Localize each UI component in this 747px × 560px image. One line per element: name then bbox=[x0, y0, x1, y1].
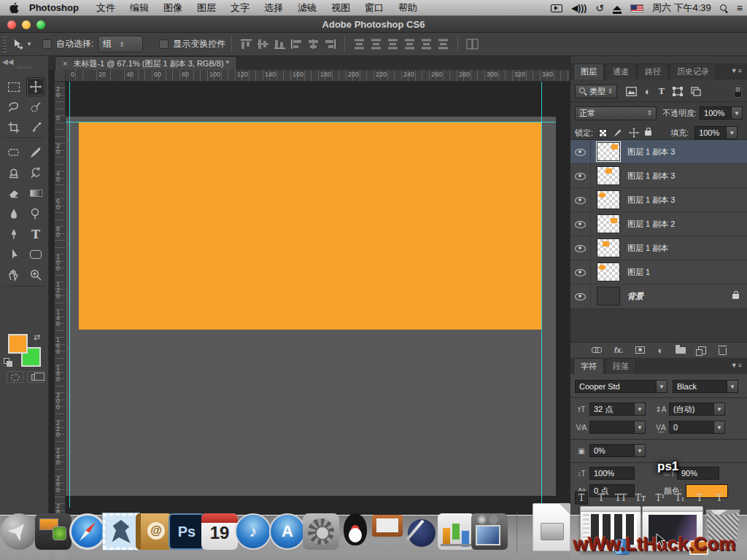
char-style-button-1[interactable]: T bbox=[595, 491, 608, 505]
filtering-toggle-switch[interactable] bbox=[734, 85, 742, 98]
gradient-tool[interactable] bbox=[26, 184, 45, 203]
char-style-button-2[interactable]: TT bbox=[614, 491, 627, 505]
canvas-area[interactable]: 0204060801001201401601802002202402602803… bbox=[49, 70, 570, 560]
link-layers-icon[interactable] bbox=[592, 347, 602, 353]
dock-movie-projector[interactable] bbox=[471, 513, 508, 550]
menu-8[interactable]: 视图 bbox=[324, 0, 357, 16]
blur-tool[interactable] bbox=[4, 204, 23, 223]
orange-rectangle-layer[interactable] bbox=[79, 122, 541, 330]
distribute-horizontal-centers-icon[interactable] bbox=[420, 39, 433, 50]
layer-thumbnail[interactable] bbox=[597, 287, 620, 306]
guide-vertical-right[interactable] bbox=[541, 82, 542, 508]
layer-row[interactable]: 背景 bbox=[570, 284, 747, 308]
path-selection-tool[interactable] bbox=[4, 245, 23, 264]
visibility-eye-icon[interactable] bbox=[575, 196, 586, 204]
lock-transparent-pixels-icon[interactable] bbox=[599, 129, 607, 137]
vertical-ruler[interactable]: 2 002 04 06 08 01 0 01 2 01 4 01 6 01 8 … bbox=[55, 82, 66, 560]
history-brush-tool[interactable] bbox=[26, 163, 45, 182]
font-style-dropdown[interactable]: Black▼ bbox=[673, 380, 738, 393]
shape-tool[interactable] bbox=[26, 245, 45, 264]
auto-select-target-dropdown[interactable]: 组⇕ bbox=[98, 36, 143, 52]
add-layer-mask-icon[interactable] bbox=[635, 346, 645, 354]
dock-app-store[interactable]: A bbox=[269, 513, 306, 550]
char-style-button-0[interactable]: T bbox=[575, 491, 588, 505]
menu-2[interactable]: 编辑 bbox=[123, 0, 156, 16]
align-right-edges-icon[interactable] bbox=[324, 39, 336, 50]
close-document-icon[interactable]: × bbox=[63, 59, 67, 68]
eraser-tool[interactable] bbox=[4, 184, 23, 203]
eye-cell[interactable] bbox=[570, 212, 591, 236]
kerning-dropdown[interactable]: ▼ bbox=[589, 421, 646, 434]
visibility-eye-icon[interactable] bbox=[575, 244, 586, 252]
options-bar-grip[interactable] bbox=[3, 36, 7, 52]
auto-align-layers-icon[interactable] bbox=[466, 39, 479, 50]
close-window-button[interactable] bbox=[7, 20, 16, 29]
layer-row[interactable]: 图层 1 bbox=[570, 260, 747, 284]
layer-filter-type-dropdown[interactable]: 类型 ⇕ bbox=[575, 85, 617, 98]
menu-4[interactable]: 图层 bbox=[190, 0, 223, 16]
time-machine-icon[interactable]: ↺ bbox=[595, 2, 604, 14]
layer-row[interactable]: 图层 1 副本 bbox=[570, 236, 747, 260]
align-horizontal-centers-icon[interactable] bbox=[307, 39, 320, 50]
char-style-button-4[interactable]: T¹ bbox=[654, 491, 667, 505]
move-tool[interactable] bbox=[26, 77, 45, 96]
default-colors-icon[interactable] bbox=[4, 358, 12, 367]
tab-0[interactable]: 字符 bbox=[573, 358, 604, 374]
tab-1[interactable]: 段落 bbox=[605, 358, 636, 374]
dock-document-stack[interactable] bbox=[533, 503, 570, 551]
layer-style-fx-icon[interactable]: fx. bbox=[614, 346, 624, 354]
tab-2[interactable]: 路径 bbox=[638, 63, 668, 79]
show-transform-controls-checkbox[interactable] bbox=[159, 39, 169, 49]
dock-screenshot-app[interactable] bbox=[35, 513, 71, 550]
layer-thumbnail[interactable] bbox=[597, 262, 620, 281]
horizontal-scale-field[interactable]: 90% bbox=[677, 467, 719, 480]
proportional-spacing-dropdown[interactable]: 0%▼ bbox=[589, 444, 646, 457]
align-left-edges-icon[interactable] bbox=[290, 39, 303, 50]
menu-9[interactable]: 窗口 bbox=[357, 0, 391, 16]
swap-colors-icon[interactable]: ⇄ bbox=[34, 332, 40, 342]
lock-all-icon[interactable] bbox=[645, 131, 651, 136]
visibility-eye-icon[interactable] bbox=[575, 172, 586, 180]
visibility-eye-icon[interactable] bbox=[575, 292, 586, 300]
layer-row[interactable]: 图层 1 副本 3 bbox=[570, 164, 747, 188]
layer-name[interactable]: 背景 bbox=[627, 291, 643, 302]
align-bottom-edges-icon[interactable] bbox=[274, 39, 286, 50]
dock-keynote[interactable] bbox=[369, 513, 406, 550]
menu-1[interactable]: 文件 bbox=[89, 0, 123, 16]
filter-smart-objects-icon[interactable] bbox=[691, 87, 701, 96]
volume-icon[interactable]: ◀))) bbox=[571, 3, 587, 13]
distribute-left-edges-icon[interactable] bbox=[403, 39, 416, 50]
eye-cell[interactable] bbox=[570, 284, 591, 308]
screen-mode-button[interactable] bbox=[27, 371, 44, 383]
dock-calendar[interactable]: 19 bbox=[201, 513, 238, 550]
character-panel-menu-icon[interactable]: ▼≡ bbox=[731, 362, 743, 369]
opacity-field[interactable]: 100% bbox=[700, 106, 732, 120]
layer-row[interactable]: 图层 1 副本 3 bbox=[570, 140, 747, 164]
horizontal-ruler[interactable]: 0204060801001201401601802002202402602803… bbox=[66, 70, 570, 82]
tab-3[interactable]: 历史记录 bbox=[670, 63, 716, 79]
dock-photoshop[interactable]: Ps bbox=[169, 513, 205, 550]
rectangular-marquee-tool[interactable] bbox=[4, 77, 23, 96]
eye-cell[interactable] bbox=[570, 188, 591, 212]
char-style-button-5[interactable]: T₁ bbox=[673, 491, 686, 505]
distribute-top-edges-icon[interactable] bbox=[353, 39, 365, 50]
dock-qq[interactable] bbox=[337, 512, 374, 548]
hand-tool[interactable] bbox=[4, 265, 23, 284]
ruler-origin-corner[interactable] bbox=[55, 70, 66, 82]
lock-position-icon[interactable] bbox=[629, 128, 639, 138]
zoom-window-button[interactable] bbox=[36, 20, 45, 29]
layer-name[interactable]: 图层 1 副本 3 bbox=[627, 195, 675, 206]
dock-contacts[interactable]: @ bbox=[136, 513, 172, 550]
new-layer-icon[interactable] bbox=[698, 346, 706, 354]
menu-photoshop[interactable]: Photoshop bbox=[22, 0, 89, 16]
char-style-button-3[interactable]: Tт bbox=[634, 491, 647, 505]
dock-mail[interactable] bbox=[103, 513, 139, 550]
layer-name[interactable]: 图层 1 副本 2 bbox=[627, 219, 675, 230]
visibility-eye-icon[interactable] bbox=[575, 148, 586, 156]
new-group-icon[interactable] bbox=[676, 347, 686, 354]
layer-name[interactable]: 图层 1 副本 3 bbox=[627, 147, 675, 158]
distribute-bottom-edges-icon[interactable] bbox=[387, 39, 399, 50]
visibility-eye-icon[interactable] bbox=[575, 268, 586, 276]
clone-stamp-tool[interactable] bbox=[4, 163, 23, 182]
eyedropper-tool[interactable] bbox=[26, 118, 45, 137]
